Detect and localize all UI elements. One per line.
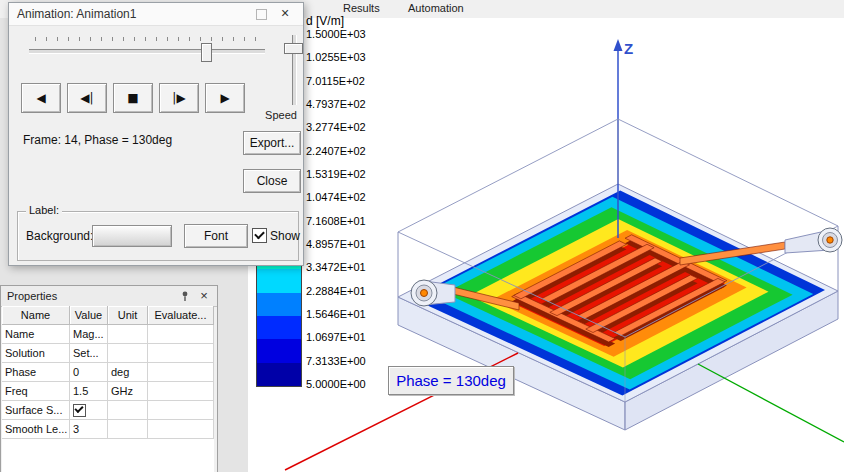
property-value[interactable]: Mag... [70,325,108,344]
pin-icon[interactable] [179,290,191,302]
legend-value: 3.3472E+01 [306,256,366,279]
property-evaluated [148,325,214,344]
property-value[interactable]: Set... [70,344,108,363]
legend-value: 1.5000E+03 [306,23,366,46]
property-evaluated [148,420,214,439]
legend-value: 4.7937E+02 [306,93,366,116]
step-back-button[interactable]: ◀| [67,83,107,113]
property-unit [108,420,148,439]
property-evaluated [148,401,214,420]
legend-value: 2.2407E+02 [306,140,366,163]
legend-value: 4.8957E+01 [306,233,366,256]
legend-value: 2.2884E+01 [306,280,366,303]
property-name: Phase [2,363,70,382]
property-name: Surface S... [2,401,70,420]
legend-color-segment [257,316,301,339]
background-label: Background: [26,229,93,243]
property-value[interactable] [70,401,108,420]
properties-titlebar[interactable]: Properties × [1,286,217,307]
show-checkbox[interactable] [252,228,267,243]
menu-item-automation[interactable]: Automation [404,2,468,14]
frame-info-text: Frame: 14, Phase = 130deg [23,133,172,147]
property-unit[interactable]: deg [108,363,148,382]
speed-slider-thumb[interactable] [284,43,303,54]
legend-color-segment [257,293,301,316]
property-unit [108,325,148,344]
properties-panel: Properties × Name Value Unit Evaluate...… [0,285,218,472]
show-checkbox-label: Show [270,229,300,243]
property-name: Solution [2,344,70,363]
phase-annotation: Phase = 130deg [388,366,514,395]
speed-label: Speed [259,109,303,121]
property-evaluated [148,363,214,382]
frame-slider[interactable] [29,37,265,63]
legend-value: 1.5646E+01 [306,303,366,326]
property-name: Name [2,325,70,344]
column-header-value: Value [70,306,108,325]
property-name: Freq [2,382,70,401]
property-unit [108,344,148,363]
play-reverse-button[interactable]: ◀ [21,83,61,113]
property-name: Smooth Le... [2,420,70,439]
legend-color-segment [257,363,301,386]
frame-slider-ticks [35,37,259,41]
application-window: Results Automation Z Phase = 130deg d [V… [0,0,844,472]
property-value[interactable]: 0 [70,363,108,382]
label-group-title: Label: [26,204,62,216]
properties-table: Name Value Unit Evaluate... Name Mag... … [2,306,214,439]
frame-slider-track[interactable] [29,49,265,54]
property-unit [108,401,148,420]
y-axis-line [698,364,844,442]
legend-value: 5.0000E+00 [306,373,366,396]
column-header-name: Name [2,306,70,325]
property-value[interactable]: 1.5 [70,382,108,401]
legend-value: 7.3133E+00 [306,350,366,373]
close-icon[interactable]: × [277,5,293,21]
properties-close-icon[interactable]: × [197,288,211,303]
property-unit[interactable]: GHz [108,382,148,401]
surface-smoothing-checkbox[interactable] [73,404,86,417]
legend-value: 7.1608E+01 [306,210,366,233]
column-header-unit: Unit [108,306,148,325]
properties-table-empty-area [2,439,214,472]
animation-dialog: Animation: Animation1 × Speed ◀ ◀| ■ |▶ … [8,2,304,266]
z-axis-arrow [614,39,623,51]
property-value[interactable]: 3 [70,420,108,439]
property-evaluated [148,382,214,401]
column-header-evaluate: Evaluate... [148,306,214,325]
legend-color-segment [257,269,301,292]
properties-title: Properties [7,290,57,302]
step-forward-button[interactable]: |▶ [159,83,199,113]
legend-value: 1.0474E+02 [306,186,366,209]
menu-item-results[interactable]: Results [339,2,384,14]
speed-slider[interactable] [281,33,305,107]
font-button[interactable]: Font [184,224,248,248]
legend-value: 1.0697E+01 [306,326,366,349]
dialog-titlebar[interactable]: Animation: Animation1 × [9,3,303,26]
legend-color-segment [257,339,301,362]
legend-value: 1.0255E+03 [306,46,366,69]
legend-values: 1.5000E+031.0255E+037.0115E+024.7937E+02… [306,23,366,396]
maximize-icon[interactable] [256,9,267,20]
stop-button[interactable]: ■ [113,83,153,113]
label-group: Label: Background: Font Show [17,211,299,261]
legend-value: 1.5319E+02 [306,163,366,186]
dialog-title: Animation: Animation1 [17,7,136,21]
property-evaluated [148,344,214,363]
background-color-button[interactable] [92,225,172,247]
z-axis-label: Z [624,40,633,57]
legend-value: 3.2774E+02 [306,116,366,139]
frame-slider-thumb[interactable] [201,43,212,62]
close-button[interactable]: Close [243,169,301,193]
legend-value: 7.0115E+02 [306,70,366,93]
play-forward-button[interactable]: ▶ [205,83,245,113]
export-button[interactable]: Export... [243,131,301,155]
